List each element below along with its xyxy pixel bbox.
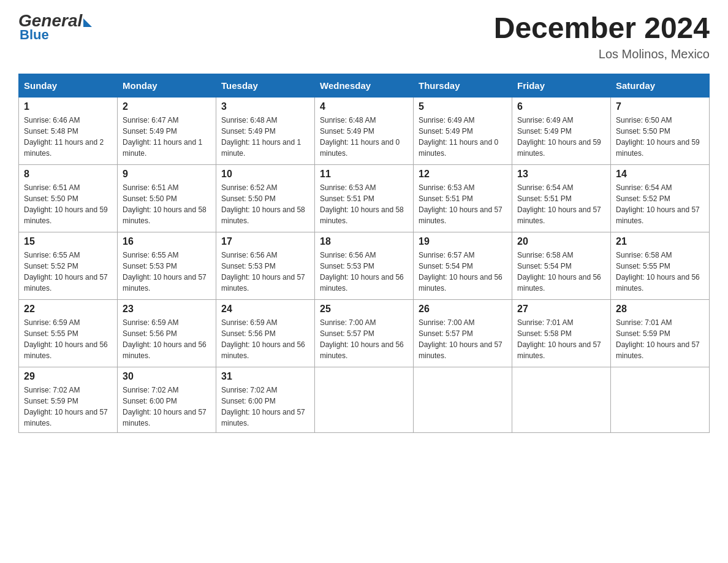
daylight-label: Daylight: 10 hours and 57 minutes.: [517, 340, 601, 360]
daylight-label: Daylight: 10 hours and 58 minutes.: [221, 205, 305, 225]
sunrise-label: Sunrise: 6:51 AM: [123, 183, 178, 192]
month-title: December 2024: [494, 12, 710, 45]
day-info: Sunrise: 6:56 AM Sunset: 5:53 PM Dayligh…: [221, 250, 309, 294]
daylight-label: Daylight: 10 hours and 57 minutes.: [24, 273, 108, 293]
day-info: Sunrise: 6:58 AM Sunset: 5:54 PM Dayligh…: [517, 250, 605, 294]
calendar-week-row: 15 Sunrise: 6:55 AM Sunset: 5:52 PM Dayl…: [19, 232, 710, 299]
sunset-label: Sunset: 5:49 PM: [419, 127, 473, 136]
day-number: 27: [517, 304, 605, 315]
daylight-label: Daylight: 11 hours and 1 minute.: [123, 138, 202, 158]
calendar-cell: 17 Sunrise: 6:56 AM Sunset: 5:53 PM Dayl…: [216, 232, 315, 299]
day-number: 2: [123, 101, 211, 112]
day-number: 5: [419, 101, 507, 112]
day-info: Sunrise: 6:46 AM Sunset: 5:48 PM Dayligh…: [24, 115, 112, 159]
sunrise-label: Sunrise: 6:58 AM: [517, 251, 573, 259]
sunset-label: Sunset: 5:55 PM: [24, 329, 78, 338]
sunset-label: Sunset: 5:48 PM: [24, 127, 78, 136]
day-info: Sunrise: 6:57 AM Sunset: 5:54 PM Dayligh…: [419, 250, 507, 294]
sunset-label: Sunset: 5:56 PM: [221, 329, 276, 338]
title-area: December 2024 Los Molinos, Mexico: [494, 12, 710, 61]
daylight-label: Daylight: 10 hours and 57 minutes.: [123, 273, 207, 293]
calendar-week-row: 22 Sunrise: 6:59 AM Sunset: 5:55 PM Dayl…: [19, 299, 710, 367]
calendar-body: 1 Sunrise: 6:46 AM Sunset: 5:48 PM Dayli…: [19, 97, 710, 432]
sunset-label: Sunset: 5:51 PM: [419, 194, 473, 203]
sunrise-label: Sunrise: 6:49 AM: [419, 116, 474, 124]
day-number: 10: [221, 169, 309, 180]
calendar-table: Sunday Monday Tuesday Wednesday Thursday…: [18, 74, 710, 433]
day-number: 7: [616, 101, 704, 112]
daylight-label: Daylight: 10 hours and 58 minutes.: [320, 205, 404, 225]
sunrise-label: Sunrise: 6:57 AM: [419, 251, 474, 259]
calendar-week-row: 29 Sunrise: 7:02 AM Sunset: 5:59 PM Dayl…: [19, 367, 710, 432]
day-number: 17: [221, 236, 309, 247]
sunset-label: Sunset: 5:58 PM: [517, 329, 572, 338]
sunset-label: Sunset: 5:50 PM: [24, 194, 78, 203]
daylight-label: Daylight: 11 hours and 1 minute.: [221, 138, 301, 158]
day-info: Sunrise: 6:47 AM Sunset: 5:49 PM Dayligh…: [123, 115, 211, 159]
daylight-label: Daylight: 10 hours and 59 minutes.: [517, 138, 601, 158]
calendar-cell: [512, 367, 611, 432]
day-number: 13: [517, 169, 605, 180]
day-number: 11: [320, 169, 408, 180]
calendar-cell: 9 Sunrise: 6:51 AM Sunset: 5:50 PM Dayli…: [118, 164, 216, 232]
calendar-cell: 4 Sunrise: 6:48 AM Sunset: 5:49 PM Dayli…: [315, 97, 414, 164]
day-info: Sunrise: 6:58 AM Sunset: 5:55 PM Dayligh…: [616, 250, 704, 294]
calendar-cell: 18 Sunrise: 6:56 AM Sunset: 5:53 PM Dayl…: [315, 232, 414, 299]
sunrise-label: Sunrise: 6:53 AM: [320, 183, 376, 192]
sunrise-label: Sunrise: 7:02 AM: [123, 386, 178, 394]
day-number: 6: [517, 101, 605, 112]
day-info: Sunrise: 6:54 AM Sunset: 5:52 PM Dayligh…: [616, 182, 704, 226]
day-info: Sunrise: 6:59 AM Sunset: 5:56 PM Dayligh…: [221, 317, 309, 361]
daylight-label: Daylight: 10 hours and 56 minutes.: [419, 273, 502, 293]
calendar-cell: 28 Sunrise: 7:01 AM Sunset: 5:59 PM Dayl…: [611, 299, 710, 367]
day-info: Sunrise: 6:59 AM Sunset: 5:56 PM Dayligh…: [123, 317, 211, 361]
sunrise-label: Sunrise: 6:59 AM: [123, 318, 178, 327]
day-number: 3: [221, 101, 309, 112]
day-number: 18: [320, 236, 408, 247]
day-number: 25: [320, 304, 408, 315]
calendar-cell: [611, 367, 710, 432]
day-number: 9: [123, 169, 211, 180]
daylight-label: Daylight: 10 hours and 57 minutes.: [24, 408, 108, 427]
daylight-label: Daylight: 10 hours and 57 minutes.: [419, 205, 502, 225]
sunrise-label: Sunrise: 6:51 AM: [24, 183, 80, 192]
day-info: Sunrise: 6:49 AM Sunset: 5:49 PM Dayligh…: [517, 115, 605, 159]
day-number: 24: [221, 304, 309, 315]
calendar-cell: 13 Sunrise: 6:54 AM Sunset: 5:51 PM Dayl…: [512, 164, 611, 232]
day-number: 16: [123, 236, 211, 247]
sunset-label: Sunset: 5:49 PM: [320, 127, 374, 136]
calendar-cell: 7 Sunrise: 6:50 AM Sunset: 5:50 PM Dayli…: [611, 97, 710, 164]
daylight-label: Daylight: 10 hours and 56 minutes.: [221, 340, 305, 360]
day-info: Sunrise: 6:48 AM Sunset: 5:49 PM Dayligh…: [320, 115, 408, 159]
daylight-label: Daylight: 10 hours and 56 minutes.: [616, 273, 700, 293]
daylight-label: Daylight: 10 hours and 56 minutes.: [123, 340, 207, 360]
sunset-label: Sunset: 5:52 PM: [616, 194, 670, 203]
day-number: 23: [123, 304, 211, 315]
calendar-cell: 20 Sunrise: 6:58 AM Sunset: 5:54 PM Dayl…: [512, 232, 611, 299]
calendar-cell: 3 Sunrise: 6:48 AM Sunset: 5:49 PM Dayli…: [216, 97, 315, 164]
sunrise-label: Sunrise: 6:55 AM: [123, 251, 178, 259]
day-number: 12: [419, 169, 507, 180]
day-info: Sunrise: 7:00 AM Sunset: 5:57 PM Dayligh…: [320, 317, 408, 361]
daylight-label: Daylight: 10 hours and 57 minutes.: [123, 408, 207, 427]
calendar-cell: 23 Sunrise: 6:59 AM Sunset: 5:56 PM Dayl…: [118, 299, 216, 367]
calendar-cell: [315, 367, 414, 432]
sunset-label: Sunset: 5:49 PM: [123, 127, 177, 136]
calendar-cell: 1 Sunrise: 6:46 AM Sunset: 5:48 PM Dayli…: [19, 97, 118, 164]
sunrise-label: Sunrise: 6:58 AM: [616, 251, 672, 259]
day-info: Sunrise: 6:55 AM Sunset: 5:52 PM Dayligh…: [24, 250, 112, 294]
daylight-label: Daylight: 10 hours and 56 minutes.: [320, 340, 404, 360]
sunset-label: Sunset: 5:54 PM: [419, 262, 473, 270]
day-info: Sunrise: 6:49 AM Sunset: 5:49 PM Dayligh…: [419, 115, 507, 159]
logo-blue-text: Blue: [20, 27, 49, 43]
daylight-label: Daylight: 11 hours and 0 minutes.: [320, 138, 400, 158]
sunrise-label: Sunrise: 6:47 AM: [123, 116, 178, 124]
sunset-label: Sunset: 5:53 PM: [320, 262, 374, 270]
col-wednesday: Wednesday: [315, 74, 414, 97]
daylight-label: Daylight: 11 hours and 2 minutes.: [24, 138, 104, 158]
calendar-week-row: 8 Sunrise: 6:51 AM Sunset: 5:50 PM Dayli…: [19, 164, 710, 232]
calendar-cell: 15 Sunrise: 6:55 AM Sunset: 5:52 PM Dayl…: [19, 232, 118, 299]
sunrise-label: Sunrise: 6:54 AM: [616, 183, 672, 192]
col-tuesday: Tuesday: [216, 74, 315, 97]
sunrise-label: Sunrise: 6:53 AM: [419, 183, 474, 192]
